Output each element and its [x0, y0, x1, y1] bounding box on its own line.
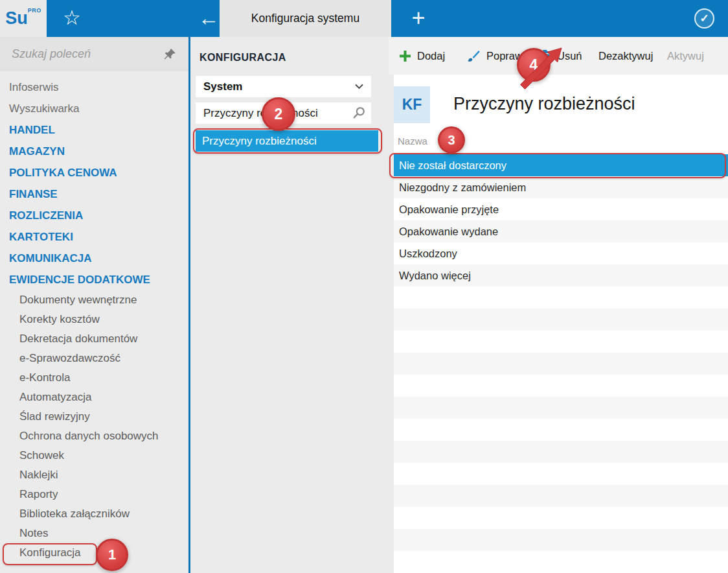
table-row[interactable]: Wydano więcej [394, 264, 728, 286]
brush-icon [466, 49, 481, 63]
sidebar-item-slad-rewizyjny[interactable]: Ślad rewizyjny [0, 407, 188, 427]
sidebar-item-notes[interactable]: Notes [0, 524, 188, 543]
sidebar-item-ewidencje-dodatkowe[interactable]: EWIDENCJE DODATKOWE [0, 269, 188, 290]
table-row[interactable]: Opakowanie przyjęte [394, 198, 728, 220]
sync-status-icon[interactable]: ✓ [694, 8, 714, 29]
sidebar-item-polityka-cenowa[interactable]: POLITYKA CENOWA [0, 162, 188, 183]
main-panel: Dodaj Popraw Usuń Dezaktywuj Akt [389, 37, 728, 573]
sidebar-item-wyszukiwarka[interactable]: Wyszukiwarka [0, 98, 188, 119]
command-search[interactable]: Szukaj poleceń [0, 37, 188, 71]
page-title: Przyczyny rozbieżności [453, 94, 635, 114]
table-row[interactable]: Opakowanie wydane [394, 220, 728, 242]
sidebar-item-kartoteki[interactable]: KARTOTEKI [0, 226, 188, 248]
sidebar-item-infoserwis[interactable]: Infoserwis [0, 76, 188, 98]
annotation-step-2: 2 [262, 97, 295, 131]
annotation-arrow-to-usun [515, 44, 568, 95]
sidebar-item-naklejki[interactable]: Naklejki [0, 465, 188, 485]
sidebar-item-korekty-kosztow[interactable]: Korekty kosztów [0, 310, 188, 329]
table-row[interactable]: Niezgodny z zamówieniem [394, 176, 728, 198]
empty-rows-area [394, 286, 728, 573]
config-scope-dropdown[interactable]: System [196, 76, 371, 97]
module-code-badge: KF [394, 86, 430, 123]
table-row[interactable]: Uszkodzony [394, 242, 728, 264]
dropdown-value: System [196, 80, 355, 93]
sidebar-item-raporty[interactable]: Raporty [0, 485, 188, 504]
sidebar-item-dekretacja-dokumentow[interactable]: Dekretacja dokumentów [0, 329, 188, 349]
sidebar-item-schowek[interactable]: Schowek [0, 446, 188, 465]
new-tab-plus-icon[interactable]: + [404, 3, 433, 34]
sidebar-item-dokumenty-wewnetrzne[interactable]: Dokumenty wewnętrzne [0, 290, 188, 310]
edit-button[interactable]: Popraw [466, 37, 523, 75]
annotation-highlight-config-item [193, 128, 382, 154]
sidebar-item-biblioteka-zalacznikow[interactable]: Biblioteka załączników [0, 504, 188, 524]
pin-icon[interactable] [163, 47, 177, 62]
sidebar-item-magazyn[interactable]: MAGAZYN [0, 141, 188, 162]
tab-konfiguracja-systemu[interactable]: Konfiguracja systemu [220, 0, 391, 37]
sidebar: Szukaj poleceń Infoserwis Wyszukiwarka H… [0, 37, 188, 573]
add-button[interactable]: Dodaj [399, 37, 445, 75]
column-header-nazwa[interactable]: Nazwa [398, 135, 427, 146]
annotation-step-3: 3 [438, 126, 465, 154]
annotation-highlight-selected-row [389, 153, 726, 178]
annotation-highlight-konfiguracja [3, 543, 97, 565]
sidebar-item-komunikacja[interactable]: KOMUNIKACJA [0, 248, 188, 269]
sidebar-item-finanse[interactable]: FINANSE [0, 183, 188, 205]
panel-title: KONFIGURACJA [199, 52, 286, 64]
deactivate-button[interactable]: Dezaktywuj [598, 37, 653, 75]
chevron-down-icon [355, 84, 363, 89]
annotation-step-1: 1 [96, 539, 128, 571]
search-icon[interactable] [352, 106, 366, 121]
sidebar-menu: Infoserwis Wyszukiwarka HANDEL MAGAZYN P… [0, 71, 188, 563]
favorites-star-icon[interactable]: ☆ [60, 6, 84, 30]
sidebar-item-ochrona-danych-osobowych[interactable]: Ochrona danych osobowych [0, 427, 188, 446]
back-arrow-icon[interactable]: ← [194, 4, 223, 32]
sidebar-item-automatyzacja[interactable]: Automatyzacja [0, 388, 188, 407]
logo-text: Su [5, 8, 28, 28]
top-bar: SuPRO ☆ ← Konfiguracja systemu + ✓ [0, 0, 728, 37]
sidebar-item-e-kontrola[interactable]: e-Kontrola [0, 368, 188, 388]
sidebar-item-e-sprawozdawczosc[interactable]: e-Sprawozdawczość [0, 349, 188, 368]
sidebar-item-rozliczenia[interactable]: ROZLICZENIA [0, 205, 188, 226]
plus-icon [399, 50, 411, 62]
app-window: SuPRO ☆ ← Konfiguracja systemu + ✓ Szuka… [0, 0, 728, 573]
sidebar-item-handel[interactable]: HANDEL [0, 119, 188, 141]
command-search-placeholder[interactable]: Szukaj poleceń [0, 47, 163, 61]
app-logo[interactable]: SuPRO [0, 0, 47, 37]
logo-pro-label: PRO [28, 7, 41, 14]
activate-button[interactable]: Aktywuj [667, 37, 704, 75]
